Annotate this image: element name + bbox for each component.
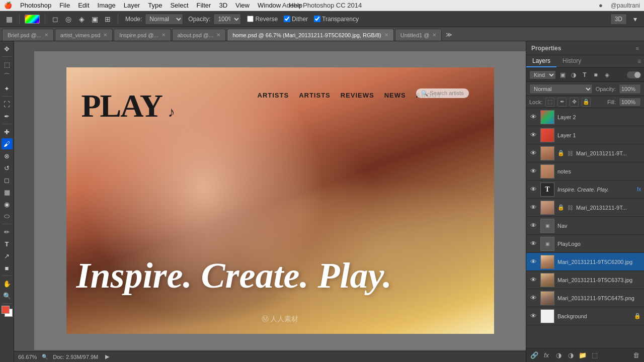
magic-wand-tool[interactable]: ✦ xyxy=(2,83,13,94)
tab-overflow-button[interactable]: ≫ xyxy=(443,29,455,41)
blur-tool[interactable]: ◉ xyxy=(2,199,13,210)
menu-window[interactable]: Window xyxy=(258,2,281,9)
layer-item-layer1[interactable]: 👁 Layer 1 xyxy=(526,126,644,144)
tab-1[interactable]: artist_vimes.psd ✕ xyxy=(55,29,113,41)
stamp-tool[interactable]: ⊗ xyxy=(2,150,13,161)
menu-3d[interactable]: 3D xyxy=(219,2,227,9)
tab-close-2[interactable]: ✕ xyxy=(162,32,166,38)
tab-3[interactable]: about.psd @... ✕ xyxy=(172,29,226,41)
visibility-icon-layer1[interactable]: 👁 xyxy=(529,131,537,139)
filter-pixel-icon[interactable]: ▣ xyxy=(558,70,567,79)
eraser-tool[interactable]: ◻ xyxy=(2,174,13,186)
tab-4[interactable]: home.psd @ 66.7% (Mari_20131211-9T5C6200… xyxy=(227,29,394,41)
reverse-checkbox[interactable]: Reverse xyxy=(247,16,278,23)
visibility-icon-mari2[interactable]: 👁 xyxy=(529,204,537,211)
zoom-tool[interactable]: 🔍 xyxy=(2,290,13,301)
lock-position-button[interactable]: ✒ xyxy=(557,98,567,107)
layer-item-nav[interactable]: 👁 ▣ Nav xyxy=(526,217,644,235)
gradient-style-linear[interactable]: ◻ xyxy=(50,14,60,24)
menu-edit[interactable]: Edit xyxy=(78,2,89,9)
menu-view[interactable]: View xyxy=(235,2,250,9)
menu-file[interactable]: File xyxy=(59,2,70,9)
add-mask-button[interactable]: ◑ xyxy=(553,350,564,360)
healing-brush-tool[interactable]: ✚ xyxy=(2,126,13,137)
layer-item-inspire-text[interactable]: 👁 T Inspire. Create. Play. fx xyxy=(526,180,644,199)
foreground-background-colors[interactable] xyxy=(2,306,13,317)
delete-layer-button[interactable]: 🗑 xyxy=(631,350,641,360)
layer-item-mari1[interactable]: 👁 🔒 ⛓ Mari_20131211-9T... xyxy=(526,144,644,162)
gradient-style-angle[interactable]: ◈ xyxy=(76,14,87,24)
tab-close-4[interactable]: ✕ xyxy=(384,32,388,38)
filter-smart-icon[interactable]: ◈ xyxy=(602,70,611,79)
dodge-tool[interactable]: ⬭ xyxy=(2,211,13,222)
brush-tool[interactable]: 🖌 xyxy=(2,138,13,149)
filter-adjustment-icon[interactable]: ◑ xyxy=(569,70,578,79)
tab-layers[interactable]: Layers xyxy=(526,55,556,67)
canvas-image[interactable]: PLAY ♪ ARTISTS ARTISTS REVIEWS NEWS ABOU… xyxy=(66,67,494,334)
history-brush-tool[interactable]: ↺ xyxy=(2,162,13,173)
tab-close-1[interactable]: ✕ xyxy=(103,32,107,38)
visibility-icon-inspire[interactable]: 👁 xyxy=(529,186,537,193)
filter-shape-icon[interactable]: ■ xyxy=(591,70,600,79)
visibility-icon-notes[interactable]: 👁 xyxy=(529,167,537,175)
menu-image[interactable]: Image xyxy=(98,2,116,9)
layer-item-mari-6475[interactable]: 👁 Mari_20131211-9T5C6475.png xyxy=(526,289,644,307)
hand-tool[interactable]: ✋ xyxy=(2,278,13,289)
shape-tool[interactable]: ■ xyxy=(2,262,13,274)
layer-blend-select[interactable]: Normal Multiply Screen xyxy=(529,84,593,94)
visibility-icon-mari1[interactable]: 👁 xyxy=(529,149,537,157)
move-tool[interactable]: ✥ xyxy=(2,43,13,54)
gradient-tool[interactable]: ▦ xyxy=(2,187,13,198)
apple-menu[interactable]: 🍎 xyxy=(4,2,12,9)
visibility-icon-nav[interactable]: 👁 xyxy=(529,222,537,229)
dither-checkbox[interactable]: Dither xyxy=(284,16,308,23)
lock-pixels-button[interactable]: ⬚ xyxy=(545,98,554,107)
blend-mode-select[interactable]: Normal Dissolve Multiply xyxy=(145,14,183,25)
layer-item-layer2[interactable]: 👁 Layer 2 xyxy=(526,108,644,126)
visibility-icon-mari-6373[interactable]: 👁 xyxy=(529,276,537,284)
menu-type[interactable]: Type xyxy=(148,2,162,9)
menu-photoshop[interactable]: Photoshop xyxy=(20,2,51,9)
marquee-tool[interactable]: ⬚ xyxy=(2,59,13,70)
eyedropper-tool[interactable]: ✒ xyxy=(2,111,13,122)
new-adjustment-layer-button[interactable]: ◑ xyxy=(566,350,576,360)
transparency-checkbox[interactable]: Transparency xyxy=(314,16,359,23)
add-layer-style-button[interactable]: fx xyxy=(541,350,551,360)
new-layer-button[interactable]: ⬚ xyxy=(590,350,600,360)
opacity-input[interactable] xyxy=(619,84,641,94)
filter-toggle[interactable] xyxy=(627,71,641,78)
gradient-style-diamond[interactable]: ⊞ xyxy=(103,14,113,24)
tab-close-0[interactable]: ✕ xyxy=(44,32,48,38)
tab-close-5[interactable]: ✕ xyxy=(432,32,436,38)
lock-move-button[interactable]: ✥ xyxy=(570,98,579,107)
user-account[interactable]: @paultrani xyxy=(611,2,640,9)
tab-5[interactable]: Untitled1 @ ✕ xyxy=(395,29,442,41)
3d-button[interactable]: 3D xyxy=(610,14,627,25)
tab-close-3[interactable]: ✕ xyxy=(216,32,220,38)
color-swatch[interactable] xyxy=(25,15,40,24)
layer-item-background[interactable]: 👁 Background 🔒 xyxy=(526,307,644,325)
visibility-icon-mari-6475[interactable]: 👁 xyxy=(529,294,537,302)
visibility-icon-background[interactable]: 👁 xyxy=(529,312,537,320)
menu-filter[interactable]: Filter xyxy=(197,2,211,9)
opacity-select[interactable]: 100% 75% 50% xyxy=(213,14,241,25)
gradient-tool-icon[interactable]: ▦ xyxy=(4,14,14,24)
tab-2[interactable]: Inspire.psd @... ✕ xyxy=(114,29,171,41)
playback-button[interactable]: ▶ xyxy=(105,353,109,360)
lasso-tool[interactable]: ⌒ xyxy=(2,71,13,82)
fill-input[interactable] xyxy=(619,98,641,107)
new-group-button[interactable]: 📁 xyxy=(578,350,588,360)
lock-all-button[interactable]: 🔒 xyxy=(582,98,591,107)
layer-item-mari-6200[interactable]: 👁 Mari_20131211-9T5C6200.jpg xyxy=(526,253,644,271)
layer-filter-select[interactable]: Kind xyxy=(529,70,556,79)
tab-0[interactable]: Brief.psd @... ✕ xyxy=(2,29,54,41)
canvas-area[interactable]: PLAY ♪ ARTISTS ARTISTS REVIEWS NEWS ABOU… xyxy=(14,41,526,362)
gradient-style-radial[interactable]: ◎ xyxy=(63,14,73,24)
tab-history[interactable]: History xyxy=(556,55,587,67)
foreground-color-swatch[interactable] xyxy=(2,306,10,314)
layer-item-mari2[interactable]: 👁 🔒 ⛓ Mari_20131211-9T... xyxy=(526,199,644,217)
layer-item-playlogo[interactable]: 👁 ▣ PlayLogo xyxy=(526,235,644,253)
menu-layer[interactable]: Layer xyxy=(124,2,140,9)
panel-options-button[interactable]: ≡ xyxy=(637,58,641,65)
visibility-icon-layer2[interactable]: 👁 xyxy=(529,113,537,121)
